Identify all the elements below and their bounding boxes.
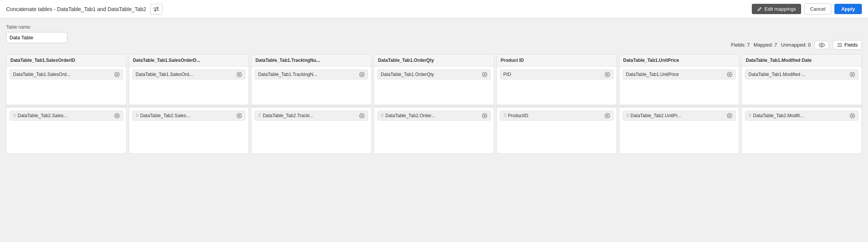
column-card: DataTable_Tab1.UnitPrice DataTable_Tab1.… (619, 54, 740, 154)
field-tag-close-button[interactable] (482, 72, 487, 77)
fields-button[interactable]: Fields (833, 40, 862, 50)
field-tag: DataTable_Tab1.SalesOrd... (132, 69, 246, 79)
swap-button[interactable] (150, 4, 162, 15)
edit-mappings-label: Edit mappings (764, 6, 796, 12)
column-card: Product ID PID ⠿ ProductID (496, 54, 617, 154)
column-divider (251, 105, 371, 108)
close-icon (482, 113, 487, 118)
field-tag-text: DataTable_Tab2.Order... (385, 113, 480, 118)
edit-mappings-button[interactable]: Edit mappings (752, 4, 801, 14)
pencil-icon (757, 6, 762, 11)
field-tag: PID (500, 69, 613, 79)
column-bottom-body: ⠿ DataTable_Tab2.Tracki... (251, 108, 371, 153)
field-tag: DataTable_Tab1.SalesOrd... (10, 69, 123, 79)
swap-icon (153, 6, 159, 12)
field-tag-close-button[interactable] (237, 72, 242, 77)
column-card: DataTable_Tab1.OrderQty DataTable_Tab1.O… (374, 54, 494, 154)
field-tag: ⠿ DataTable_Tab2.UnitPr... (623, 111, 736, 121)
column-divider (497, 105, 617, 108)
field-tag-close-button[interactable] (727, 72, 732, 77)
svg-point-1 (821, 44, 823, 45)
field-tag: DataTable_Tab1.UnitPrice (623, 69, 736, 79)
field-tag-close-button[interactable] (114, 113, 120, 118)
column-card: DataTable_Tab1.SalesOrderID DataTable_Ta… (6, 54, 127, 154)
top-bar-left: Concatenate tables - DataTable_Tab1 and … (6, 4, 162, 15)
unmapped-count: Unmapped: 0 (781, 42, 811, 48)
fields-count: Fields: 7 (731, 42, 750, 48)
field-tag-close-button[interactable] (850, 113, 855, 118)
field-tag-text: DataTable_Tab1.TrackingN... (258, 72, 358, 77)
field-tag-close-button[interactable] (114, 72, 120, 77)
fields-bar: Fields: 7 Mapped: 7 Unmapped: 0 Fields (6, 40, 862, 50)
drag-icon: ⠿ (626, 113, 629, 118)
column-header: DataTable_Tab1.SalesOrderD... (129, 55, 249, 66)
field-tag-text: DataTable_Tab1.SalesOrd... (136, 72, 235, 77)
column-top-body: PID (497, 66, 617, 105)
column-card: DataTable_Tab1.SalesOrderD... DataTable_… (129, 54, 249, 154)
field-tag-text: DataTable_Tab2.Tracki... (263, 113, 358, 118)
column-top-body: DataTable_Tab1.SalesOrd... (6, 66, 126, 105)
close-icon (237, 72, 242, 77)
table-name-input[interactable] (6, 32, 67, 43)
field-tag-close-button[interactable] (237, 113, 242, 118)
close-icon (359, 72, 365, 77)
column-header: Product ID (497, 55, 617, 66)
field-tag-text: DataTable_Tab1.Modified ... (748, 72, 848, 77)
close-icon (727, 113, 732, 118)
apply-button[interactable]: Apply (834, 4, 862, 14)
page-title: Concatenate tables - DataTable_Tab1 and … (6, 6, 146, 12)
close-icon (114, 72, 120, 77)
column-card: DataTable_Tab1.TrackingNu... DataTable_T… (251, 54, 372, 154)
eye-button[interactable] (814, 41, 829, 49)
field-tag-text: ProductID (508, 113, 603, 118)
field-tag: ⠿ DataTable_Tab2.Order... (377, 111, 491, 121)
column-divider (129, 105, 249, 108)
field-tag-close-button[interactable] (482, 113, 487, 118)
column-bottom-body: ⠿ DataTable_Tab2.Order... (374, 108, 494, 153)
close-icon (605, 72, 610, 77)
field-tag: ⠿ DataTable_Tab2.Sales... (10, 111, 123, 121)
table-name-label: Table name: (6, 24, 862, 30)
field-tag: DataTable_Tab1.Modified ... (745, 69, 858, 79)
field-tag: ⠿ DataTable_Tab2.Tracki... (255, 111, 368, 121)
close-icon (359, 113, 365, 118)
close-icon (727, 72, 732, 77)
close-icon (850, 113, 855, 118)
field-tag-text: DataTable_Tab2.Sales... (18, 113, 113, 118)
column-bottom-body: ⠿ DataTable_Tab2.Sales... (129, 108, 249, 153)
field-tag-text: DataTable_Tab2.Modifi... (753, 113, 848, 118)
field-tag: ⠿ DataTable_Tab2.Sales... (132, 111, 246, 121)
top-bar-right: Edit mappings Cancel Apply (752, 3, 862, 15)
close-icon (114, 113, 120, 118)
column-top-body: DataTable_Tab1.UnitPrice (620, 66, 739, 105)
field-tag: DataTable_Tab1.OrderQty (377, 69, 491, 79)
cancel-button[interactable]: Cancel (804, 3, 831, 15)
column-header: DataTable_Tab1.Modified Date (742, 55, 862, 66)
column-bottom-body: ⠿ ProductID (497, 108, 617, 153)
field-tag: ⠿ ProductID (500, 111, 613, 121)
drag-icon: ⠿ (13, 113, 16, 118)
column-top-body: DataTable_Tab1.TrackingN... (251, 66, 371, 105)
field-tag-text: PID (503, 72, 603, 77)
field-tag-close-button[interactable] (359, 72, 365, 77)
column-divider (742, 105, 862, 108)
column-divider (620, 105, 739, 108)
field-tag-close-button[interactable] (605, 72, 610, 77)
field-tag-close-button[interactable] (727, 113, 732, 118)
field-tag-text: DataTable_Tab1.SalesOrd... (13, 72, 113, 77)
column-header: DataTable_Tab1.UnitPrice (620, 55, 739, 66)
drag-icon: ⠿ (748, 113, 751, 118)
field-tag-close-button[interactable] (359, 113, 365, 118)
field-tag-text: DataTable_Tab1.OrderQty (381, 72, 480, 77)
close-icon (605, 113, 610, 118)
lines-icon (837, 43, 842, 47)
column-header: DataTable_Tab1.SalesOrderID (6, 55, 126, 66)
field-tag-close-button[interactable] (850, 72, 855, 77)
field-tag-text: DataTable_Tab1.UnitPrice (626, 72, 726, 77)
fields-label: Fields (844, 42, 858, 48)
top-bar: Concatenate tables - DataTable_Tab1 and … (0, 0, 868, 18)
column-divider (374, 105, 494, 108)
column-divider (6, 105, 126, 108)
field-tag-close-button[interactable] (605, 113, 610, 118)
columns-container: DataTable_Tab1.SalesOrderID DataTable_Ta… (6, 54, 862, 154)
